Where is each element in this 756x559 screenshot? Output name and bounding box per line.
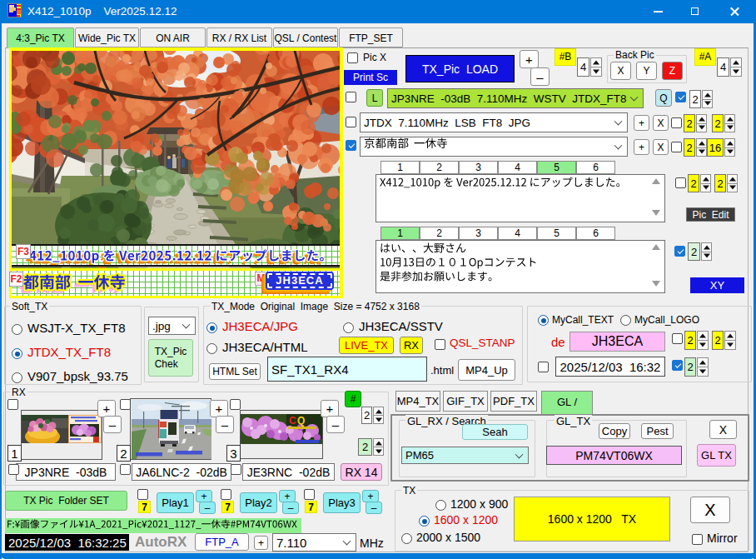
svg-text:C: C xyxy=(289,415,296,427)
svg-text:Q: Q xyxy=(297,415,305,427)
